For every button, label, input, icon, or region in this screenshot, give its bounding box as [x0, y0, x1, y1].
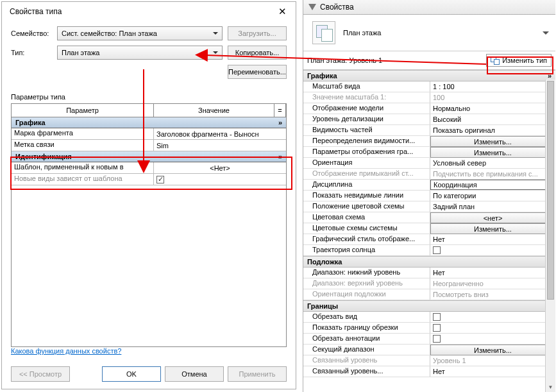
value-cell[interactable]: <Нет>	[154, 162, 286, 173]
checkbox[interactable]	[433, 313, 441, 321]
property-row[interactable]: Траектория солнца	[303, 245, 555, 256]
property-value-button[interactable]: Изменить...	[430, 345, 555, 355]
type-select[interactable]: План этажа	[57, 46, 223, 60]
collapse-icon: »	[278, 119, 282, 126]
property-value[interactable]	[430, 312, 555, 322]
value-cell[interactable]: ✓	[154, 174, 286, 185]
property-group[interactable]: Границы»	[303, 300, 555, 312]
property-row[interactable]: Показать границу обрезки	[303, 323, 555, 334]
checkbox[interactable]	[433, 246, 441, 254]
property-value[interactable]	[430, 334, 555, 344]
th-value[interactable]: Значение	[154, 104, 274, 117]
param-cell: Метка связи	[12, 140, 154, 151]
property-row[interactable]: Параметры отображения гра...Изменить...	[303, 147, 555, 158]
scroll-thumb[interactable]	[547, 81, 554, 300]
property-value[interactable]: Уровень 1	[430, 355, 555, 366]
property-row[interactable]: Отображение моделиНормально	[303, 103, 555, 114]
load-button[interactable]: Загрузить...	[228, 26, 287, 40]
checkbox[interactable]	[433, 324, 441, 332]
dialog-titlebar: Свойства типа ✕	[2, 2, 296, 20]
property-row[interactable]: Показать невидимые линииПо категории	[303, 191, 555, 201]
property-row[interactable]: ОриентацияУсловный север	[303, 158, 555, 169]
property-key: Переопределения видимости...	[303, 136, 430, 146]
property-value-button[interactable]: <нет>	[430, 212, 555, 223]
property-value[interactable]: Подчистить все примыкания с...	[430, 169, 555, 179]
property-row[interactable]: Отображение примыканий ст...Подчистить в…	[303, 169, 555, 180]
checkbox[interactable]: ✓	[156, 176, 164, 183]
value-cell[interactable]: Sim	[154, 140, 286, 151]
table-row[interactable]: Новые виды зависят от шаблона✓	[12, 174, 286, 185]
property-value-button[interactable]: Изменить...	[430, 223, 555, 234]
property-value[interactable]: Задний план	[430, 201, 555, 212]
property-group[interactable]: Графика»	[303, 70, 555, 81]
property-value[interactable]: Координация	[430, 180, 555, 190]
property-value[interactable]: Нет	[430, 366, 555, 377]
cancel-button[interactable]: Отмена	[165, 366, 224, 382]
palette-selector[interactable]: План этажа: Уровень 1	[307, 56, 482, 64]
family-select[interactable]: Сист. семейство: План этажа	[57, 26, 223, 40]
property-value[interactable]: 1 : 100	[430, 81, 555, 92]
property-value[interactable]: Нет	[430, 268, 555, 278]
properties-palette: Свойства План этажа План этажа: Уровень …	[303, 0, 555, 392]
property-row[interactable]: Секущий диапазонИзменить...	[303, 345, 555, 355]
close-icon[interactable]: ✕	[276, 6, 289, 17]
property-row[interactable]: Уровень детализацииВысокий	[303, 114, 555, 125]
dialog-body: Семейство: Сист. семейство: План этажа З…	[2, 20, 296, 366]
property-row[interactable]: Обрезать вид	[303, 312, 555, 323]
copy-button[interactable]: Копировать...	[228, 46, 287, 60]
property-row[interactable]: Графический стиль отображе...Нет	[303, 234, 555, 245]
property-row[interactable]: Связанный уровень...Нет	[303, 366, 555, 377]
property-row[interactable]: Ориентация подложкиПосмотреть вниз	[303, 289, 555, 300]
property-value-button[interactable]: Изменить...	[430, 136, 555, 147]
property-row[interactable]: Обрезать аннотации	[303, 334, 555, 345]
property-row[interactable]: Цветовые схемы системыИзменить...	[303, 223, 555, 234]
property-row[interactable]: Значение масштаба 1:100	[303, 92, 555, 103]
property-row[interactable]: Цветовая схема<нет>	[303, 212, 555, 223]
apply-button[interactable]: Применить	[228, 366, 287, 382]
property-value[interactable]: Нормально	[430, 103, 555, 114]
property-value[interactable]: Посмотреть вниз	[430, 289, 555, 300]
scroll-down-icon[interactable]: ▼	[546, 382, 555, 392]
ok-button[interactable]: OK	[102, 366, 161, 382]
scrollbar[interactable]: ▲ ▼	[545, 80, 555, 392]
preview-button[interactable]: << Просмотр	[11, 366, 70, 382]
property-value[interactable]: Нет	[430, 234, 555, 244]
property-value[interactable]: Неограниченно	[430, 278, 555, 289]
th-eq[interactable]: =	[274, 104, 286, 117]
table-row[interactable]: Марка фрагментаЗаголовок фрагмента - Вын…	[12, 128, 286, 140]
property-value-button[interactable]: Изменить...	[430, 147, 555, 158]
property-value[interactable]: Показать оригинал	[430, 125, 555, 135]
property-key: Связанный уровень...	[303, 366, 430, 377]
property-value[interactable]: По категории	[430, 191, 555, 201]
property-group[interactable]: Подложка»	[303, 256, 555, 268]
dropdown-icon	[308, 4, 316, 10]
help-link[interactable]: Какова функция данных свойств?	[11, 347, 287, 355]
palette-head[interactable]: План этажа	[303, 15, 555, 51]
property-row[interactable]: Диапазон: нижний уровеньНет	[303, 268, 555, 278]
property-row[interactable]: Положение цветовой схемыЗадний план	[303, 201, 555, 212]
property-value[interactable]: Высокий	[430, 114, 555, 124]
th-param[interactable]: Параметр	[12, 104, 154, 117]
property-value[interactable]: 100	[430, 92, 555, 103]
property-row[interactable]: Диапазон: верхний уровеньНеограниченно	[303, 278, 555, 289]
property-value[interactable]: Условный север	[430, 158, 555, 168]
rename-button[interactable]: Переименовать...	[228, 65, 287, 79]
property-row[interactable]: ДисциплинаКоординация	[303, 180, 555, 191]
property-key: Ориентация	[303, 158, 430, 168]
property-value[interactable]	[430, 323, 555, 333]
value-cell[interactable]: Заголовок фрагмента - Выносн	[154, 128, 286, 139]
table-row[interactable]: Метка связиSim	[12, 140, 286, 151]
group-graphics[interactable]: Графика »	[12, 117, 286, 128]
table-row[interactable]: Шаблон, примененный к новым в<Нет>	[12, 162, 286, 174]
property-row[interactable]: Видимость частейПоказать оригинал	[303, 125, 555, 136]
checkbox[interactable]	[433, 335, 441, 343]
property-value[interactable]	[430, 245, 555, 255]
property-key: Показать невидимые линии	[303, 191, 430, 201]
palette-titlebar[interactable]: Свойства	[303, 0, 555, 15]
property-row[interactable]: Переопределения видимости...Изменить...	[303, 136, 555, 147]
property-key: Дисциплина	[303, 180, 430, 190]
group-identity[interactable]: Идентификация »	[12, 151, 286, 162]
property-row[interactable]: Масштаб вида1 : 100	[303, 81, 555, 92]
property-row[interactable]: Связанный уровеньУровень 1	[303, 355, 555, 366]
edit-type-button[interactable]: Изменить тип	[486, 54, 552, 67]
